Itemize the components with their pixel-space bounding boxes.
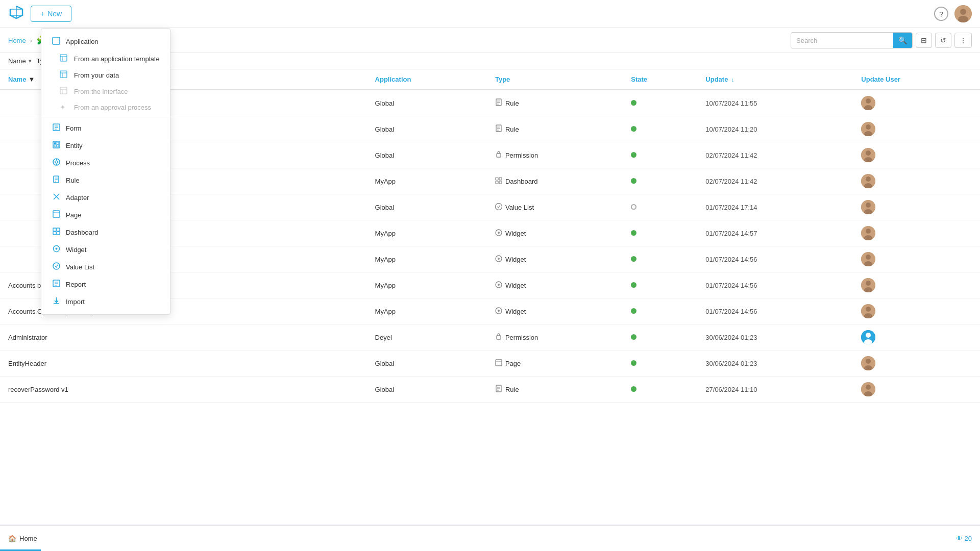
- table-row[interactable]: EntityHeader Global Page 30/06/2024 01:2…: [0, 350, 980, 377]
- widget-label: Widget: [66, 246, 86, 254]
- menu-item-dashboard[interactable]: Dashboard: [41, 223, 170, 241]
- cell-application: Global: [367, 116, 487, 142]
- search-button[interactable]: 🔍: [893, 33, 912, 48]
- widget-icon: [52, 245, 61, 254]
- svg-point-54: [866, 333, 871, 338]
- process-icon: [52, 158, 61, 167]
- template-icon: [60, 54, 69, 63]
- svg-rect-103: [53, 232, 56, 235]
- table-row[interactable]: Administrator Deyel Permission 30/06/202…: [0, 324, 980, 350]
- type-label: Rule: [505, 99, 519, 107]
- type-icon: [495, 124, 502, 134]
- valuelist-icon: [52, 262, 61, 271]
- topbar-right: ?: [934, 5, 972, 22]
- svg-rect-86: [57, 145, 59, 147]
- search-input[interactable]: [791, 34, 893, 47]
- svg-point-26: [866, 177, 871, 182]
- cell-application: Global: [367, 90, 487, 116]
- svg-rect-68: [53, 37, 60, 44]
- cell-state: [623, 377, 697, 403]
- menu-item-adapter[interactable]: Adapter: [41, 189, 170, 206]
- form-icon: [52, 123, 61, 133]
- type-label: Dashboard: [505, 178, 538, 185]
- svg-point-38: [498, 258, 500, 260]
- footer-home-button[interactable]: 🏠 Home: [8, 535, 37, 542]
- cell-update-user: [853, 90, 980, 116]
- new-button-label: New: [47, 10, 62, 18]
- cell-state: [623, 298, 697, 324]
- type-label: Rule: [505, 386, 519, 393]
- type-icon: [495, 255, 502, 264]
- cell-state: [623, 220, 697, 246]
- cell-update-user: [853, 220, 980, 246]
- svg-rect-83: [54, 142, 56, 144]
- cell-application: MyApp: [367, 168, 487, 194]
- application-icon: [52, 37, 61, 46]
- new-button[interactable]: + New: [31, 6, 71, 22]
- user-avatar[interactable]: [954, 5, 972, 22]
- col-header-update-user: Update User: [853, 69, 980, 90]
- dashboard-label: Dashboard: [66, 229, 99, 236]
- svg-point-15: [866, 124, 871, 130]
- menu-item-application[interactable]: Application: [41, 33, 170, 51]
- svg-point-1: [960, 9, 966, 15]
- cell-type: Value List: [487, 194, 623, 220]
- type-label: Widget: [505, 230, 526, 237]
- history-button[interactable]: ↺: [935, 33, 951, 48]
- name-filter-label: Name: [8, 57, 26, 65]
- state-dot-inactive: [631, 204, 636, 210]
- menu-item-entity[interactable]: Entity: [41, 137, 170, 154]
- cell-update: 02/07/2024 11:42: [697, 142, 853, 168]
- help-icon[interactable]: ?: [934, 7, 948, 21]
- cell-update: 30/06/2024 01:23: [697, 350, 853, 377]
- svg-rect-75: [60, 87, 67, 94]
- name-filter-button[interactable]: Name ▼: [8, 57, 33, 65]
- table-row[interactable]: recoverPassword v1 Global Rule 27/06/202…: [0, 377, 980, 403]
- cell-type: Widget: [487, 220, 623, 246]
- cell-state: [623, 194, 697, 220]
- count-value: 20: [965, 535, 972, 542]
- state-dot-active: [631, 230, 636, 236]
- process-label: Process: [66, 159, 90, 167]
- cell-update: 01/07/2024 14:56: [697, 272, 853, 298]
- form-label: Form: [66, 124, 81, 132]
- menu-item-form[interactable]: Form: [41, 119, 170, 137]
- submenu-from-template[interactable]: From an application template: [41, 51, 170, 67]
- col-header-update[interactable]: Update ↓: [697, 69, 853, 90]
- menu-item-report[interactable]: Report: [41, 276, 170, 293]
- svg-rect-17: [497, 154, 501, 157]
- cell-state: [623, 350, 697, 377]
- menu-item-valuelist[interactable]: Value List: [41, 258, 170, 276]
- valuelist-label: Value List: [66, 263, 94, 271]
- type-icon: [495, 229, 502, 238]
- menu-item-widget[interactable]: Widget: [41, 241, 170, 258]
- svg-rect-102: [57, 228, 60, 231]
- submenu-from-interface: From the interface: [41, 83, 170, 99]
- from-approval-label: From an approval process: [74, 104, 151, 111]
- svg-rect-21: [496, 178, 498, 180]
- type-icon: [495, 98, 502, 108]
- svg-point-28: [495, 203, 502, 210]
- filter-button[interactable]: ⊟: [916, 33, 932, 48]
- submenu-from-data[interactable]: From your data: [41, 67, 170, 83]
- type-icon: [495, 281, 502, 290]
- more-options-button[interactable]: ⋮: [954, 33, 972, 48]
- menu-item-rule[interactable]: Rule: [41, 171, 170, 189]
- menu-item-process[interactable]: Process: [41, 154, 170, 171]
- cell-update-user: [853, 350, 980, 377]
- breadcrumb-home[interactable]: Home: [8, 37, 26, 44]
- menu-item-import[interactable]: Import: [41, 293, 170, 310]
- menu-item-page[interactable]: Page: [41, 206, 170, 223]
- cell-state: [623, 324, 697, 350]
- cell-state: [623, 90, 697, 116]
- svg-rect-99: [53, 211, 60, 217]
- svg-rect-23: [496, 181, 498, 184]
- from-interface-icon: [60, 87, 69, 96]
- cell-update-user: [853, 194, 980, 220]
- page-label: Page: [66, 211, 81, 219]
- cell-update-user: [853, 324, 980, 350]
- cell-type: Rule: [487, 90, 623, 116]
- type-label: Widget: [505, 308, 526, 315]
- svg-point-106: [55, 248, 57, 250]
- type-icon: [495, 333, 502, 342]
